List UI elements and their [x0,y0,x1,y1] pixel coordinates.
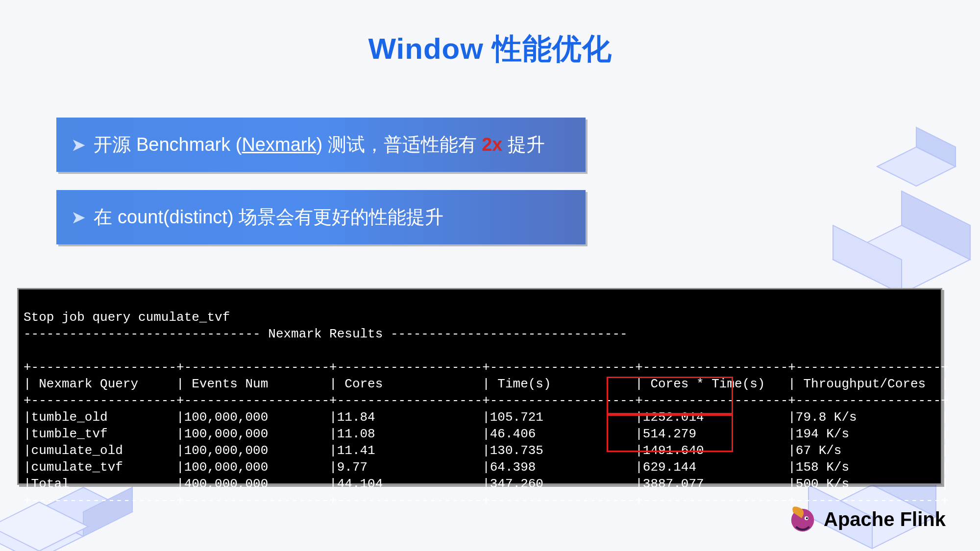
svg-point-14 [806,517,808,519]
svg-marker-8 [916,127,956,167]
slide-title: Window 性能优化 [0,29,980,69]
svg-marker-6 [833,225,902,294]
terminal-title-line: ------------------------------- Nexmark … [24,327,628,341]
bullet-1-prefix: 开源 Benchmark ( [94,134,242,155]
bullet-2: ➤ 在 count(distinct) 场景会有更好的性能提升 [56,190,586,244]
bullet-1-suffix: 提升 [503,134,545,155]
footer-logo-block: Apache Flink [787,504,946,534]
terminal-output: Stop job query cumulate_tvf ------------… [17,288,942,485]
flink-squirrel-icon [787,504,818,534]
terminal-row: |cumulate_old |100,000,000 |11.41 |130.7… [24,443,949,458]
bullet-1-mid: ) 测试，普适性能有 [316,134,482,155]
terminal-row: |tumble_tvf |100,000,000 |11.08 |46.406 … [24,427,949,441]
terminal-sep: +-------------------+-------------------… [24,393,949,408]
svg-marker-4 [833,225,970,294]
bullet-2-text: 在 count(distinct) 场景会有更好的性能提升 [94,207,443,227]
terminal-stop-line: Stop job query cumulate_tvf [24,310,230,325]
terminal-header-row: | Nexmark Query | Events Num | Cores | T… [24,377,949,391]
terminal-row: |tumble_old |100,000,000 |11.84 |105.721… [24,410,949,425]
bullet-1-text: 开源 Benchmark (Nexmark) 测试，普适性能有 2x 提升 [94,134,545,155]
footer-brand-text: Apache Flink [824,508,946,530]
triangle-bullet-icon: ➤ [71,207,86,228]
bullet-1-link: Nexmark [242,134,316,155]
terminal-row: |cumulate_tvf |100,000,000 |9.77 |64.398… [24,460,949,475]
svg-marker-7 [877,147,956,186]
terminal-sep: +-------------------+-------------------… [24,360,949,375]
bullet-1-red: 2x [482,134,502,155]
terminal-row: |Total |400,000,000 |44.104 |347.260 |38… [24,477,949,491]
triangle-bullet-icon: ➤ [71,135,86,155]
bullet-1: ➤ 开源 Benchmark (Nexmark) 测试，普适性能有 2x 提升 [56,118,586,172]
svg-marker-5 [902,191,970,260]
